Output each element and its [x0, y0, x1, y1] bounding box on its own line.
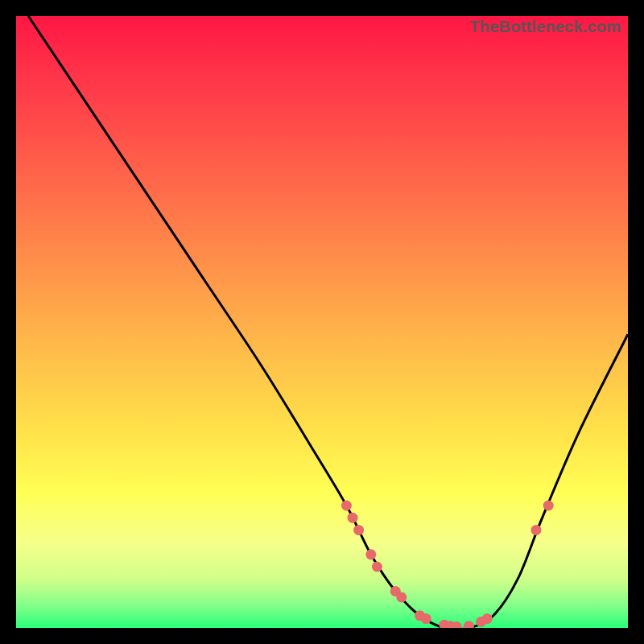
curve-marker — [341, 501, 352, 511]
bottleneck-chart — [16, 16, 628, 628]
chart-frame: TheBottleneck.com — [16, 16, 628, 628]
curve-marker — [421, 613, 431, 624]
curve-marker — [353, 525, 364, 535]
curve-marker — [482, 613, 493, 624]
watermark-text: TheBottleneck.com — [470, 18, 621, 36]
curve-marker — [531, 525, 542, 535]
curve-marker — [372, 562, 382, 572]
curve-marker — [543, 501, 554, 511]
curve-marker — [396, 592, 407, 603]
curve-marker — [365, 549, 376, 559]
curve-marker — [348, 513, 358, 523]
